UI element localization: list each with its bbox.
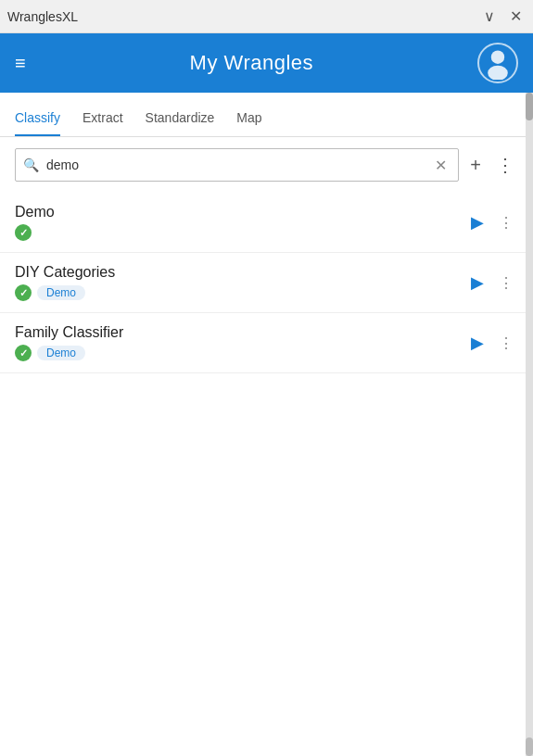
close-button[interactable]: ✕ xyxy=(506,6,526,27)
item-title: Family Classifier xyxy=(15,324,467,341)
search-clear-button[interactable]: ✕ xyxy=(431,157,451,174)
wrangles-list: Demo ▶ ⋮ DIY Categories Demo ▶ ⋮ xyxy=(0,193,533,373)
item-more-button[interactable]: ⋮ xyxy=(495,210,518,235)
title-bar: WranglesXL ∨ ✕ xyxy=(0,0,533,33)
scrollbar[interactable] xyxy=(526,93,533,756)
item-tag: Demo xyxy=(37,285,85,300)
item-title: DIY Categories xyxy=(15,264,467,281)
status-check-icon xyxy=(15,345,32,361)
hamburger-icon[interactable]: ≡ xyxy=(15,53,26,74)
item-actions: ▶ ⋮ xyxy=(467,329,518,357)
tab-extract[interactable]: Extract xyxy=(82,103,123,136)
add-button[interactable]: + xyxy=(466,152,485,178)
item-more-button[interactable]: ⋮ xyxy=(495,331,518,356)
header-title: My Wrangles xyxy=(190,51,313,75)
item-actions: ▶ ⋮ xyxy=(467,269,518,296)
search-input[interactable] xyxy=(46,158,431,172)
item-meta xyxy=(15,224,467,241)
tab-standardize[interactable]: Standardize xyxy=(146,103,215,136)
scrollbar-thumb[interactable] xyxy=(526,93,533,120)
item-more-button[interactable]: ⋮ xyxy=(495,271,518,296)
tabs: Classify Extract Standardize Map xyxy=(0,93,533,137)
search-row: 🔍 ✕ + ⋮ xyxy=(15,148,518,182)
item-content: DIY Categories Demo xyxy=(15,264,467,301)
search-wrapper: 🔍 ✕ xyxy=(15,148,459,182)
window-controls: ∨ ✕ xyxy=(480,6,526,27)
item-meta: Demo xyxy=(15,284,467,301)
item-meta: Demo xyxy=(15,345,467,361)
status-check-icon xyxy=(15,224,32,241)
play-button[interactable]: ▶ xyxy=(467,269,488,296)
window-title: WranglesXL xyxy=(7,9,78,24)
item-content: Demo xyxy=(15,204,467,241)
tab-map[interactable]: Map xyxy=(236,103,261,136)
item-actions: ▶ ⋮ xyxy=(467,208,518,236)
play-button[interactable]: ▶ xyxy=(467,208,488,236)
item-tag: Demo xyxy=(37,346,85,360)
svg-point-0 xyxy=(491,51,504,64)
header: ≡ My Wrangles xyxy=(0,33,533,93)
minimize-button[interactable]: ∨ xyxy=(480,6,499,27)
list-item: Family Classifier Demo ▶ ⋮ xyxy=(0,313,533,373)
search-icon: 🔍 xyxy=(23,158,39,172)
more-options-button[interactable]: ⋮ xyxy=(492,152,518,178)
svg-point-1 xyxy=(488,66,508,80)
list-item: DIY Categories Demo ▶ ⋮ xyxy=(0,253,533,313)
scrollbar-thumb-bottom[interactable] xyxy=(526,737,533,756)
play-button[interactable]: ▶ xyxy=(467,329,488,357)
list-item: Demo ▶ ⋮ xyxy=(0,193,533,253)
avatar[interactable] xyxy=(477,43,518,83)
status-check-icon xyxy=(15,284,32,301)
item-content: Family Classifier Demo xyxy=(15,324,467,361)
tab-classify[interactable]: Classify xyxy=(15,103,60,136)
item-title: Demo xyxy=(15,204,467,220)
content-area: Classify Extract Standardize Map 🔍 ✕ + ⋮… xyxy=(0,93,533,756)
